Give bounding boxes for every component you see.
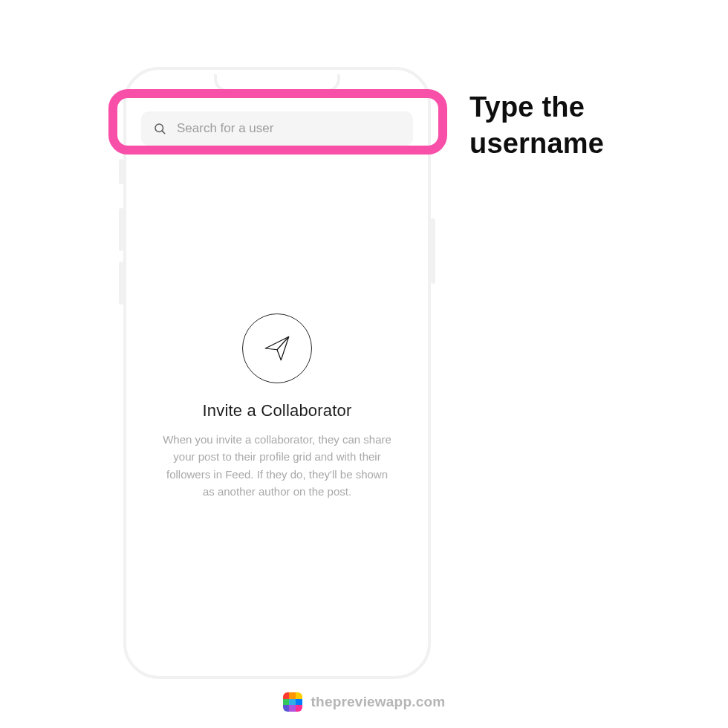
phone-silence-switch (119, 159, 123, 184)
phone-volume-up (119, 208, 123, 251)
empty-state: Invite a Collaborator When you invite a … (126, 313, 428, 500)
instruction-text: Type theusername (469, 89, 604, 161)
phone-mockup: Invite a Collaborator When you invite a … (123, 67, 431, 679)
phone-notch (214, 74, 340, 92)
phone-power-button (431, 218, 435, 284)
footer: thepreviewapp.com (0, 692, 728, 712)
previewapp-logo-icon (283, 692, 302, 712)
search-bar[interactable] (141, 111, 413, 146)
footer-url: thepreviewapp.com (311, 694, 446, 710)
phone-volume-down (119, 261, 123, 305)
invite-description: When you invite a collaborator, they can… (159, 431, 395, 500)
search-input[interactable] (175, 120, 403, 137)
svg-line-1 (162, 131, 165, 134)
send-icon (242, 313, 312, 383)
search-icon (153, 122, 166, 135)
invite-title: Invite a Collaborator (202, 401, 351, 420)
